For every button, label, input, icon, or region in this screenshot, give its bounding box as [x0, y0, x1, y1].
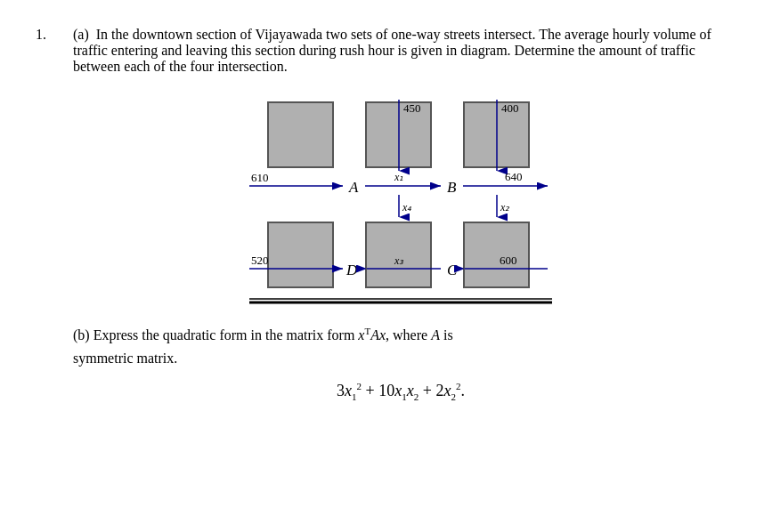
svg-text:A: A: [348, 179, 359, 196]
svg-text:D: D: [345, 262, 358, 278]
problem-number: 1.: [36, 27, 62, 415]
svg-text:600: 600: [500, 254, 517, 267]
svg-text:x₄: x₄: [402, 201, 411, 214]
part-b-intro: Express the quadratic form in the matrix…: [93, 327, 453, 343]
svg-text:640: 640: [505, 170, 523, 183]
part-a: (a) In the downtown section of Vijayawad…: [73, 27, 728, 306]
svg-text:C: C: [447, 262, 458, 278]
part-a-label: (a): [73, 27, 89, 42]
part-b: (b) Express the quadratic form in the ma…: [73, 324, 728, 401]
part-a-text: In the downtown section of Vijayawada tw…: [73, 27, 711, 74]
diagram-svg: 450 400 610 A x₁: [249, 93, 552, 306]
svg-text:x₁: x₁: [394, 171, 403, 183]
part-b-text: (b) Express the quadratic form in the ma…: [73, 324, 728, 370]
svg-text:x₂: x₂: [500, 201, 510, 214]
svg-text:520: 520: [251, 254, 269, 267]
part-b-symmetric: symmetric matrix.: [73, 351, 177, 366]
svg-text:450: 450: [403, 101, 421, 115]
diagram-inner: 450 400 610 A x₁: [249, 93, 552, 306]
svg-text:B: B: [447, 179, 457, 196]
part-b-label: (b): [73, 327, 90, 343]
formula: 3x12 + 10x1x2 + 2x22.: [73, 381, 728, 402]
problem-container: 1. (a) In the downtown section of Vijaya…: [36, 27, 728, 415]
svg-text:610: 610: [251, 171, 269, 184]
svg-text:x₃: x₃: [394, 254, 404, 267]
svg-text:400: 400: [501, 101, 519, 115]
problem-content: (a) In the downtown section of Vijayawad…: [73, 27, 728, 415]
traffic-diagram: 450 400 610 A x₁: [249, 93, 552, 306]
